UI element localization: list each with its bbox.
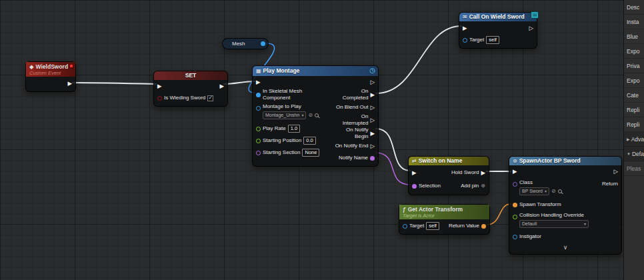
pin-label: On Notify Begin [335,127,369,140]
pin-label: Starting Position [263,137,301,144]
pin-label: Hold Sword [451,169,479,176]
mesh-out-pin[interactable] [261,41,265,46]
details-row-description: Desc [624,0,644,15]
exec-in-pin[interactable]: ▶ [157,83,162,89]
pin-label: Is Wieding Sword [164,95,205,101]
return-value-pin[interactable] [481,224,486,229]
exec-out-pin[interactable]: ▶ [67,81,72,87]
pin-label: Montage to Play [263,103,319,110]
pin-label: Spawn Transform [519,201,561,208]
exec-in-pin[interactable]: ▶ [256,79,261,85]
exec-out-pin[interactable]: ▷ [529,25,533,31]
node-get-actor-transform[interactable]: ƒ Get Actor Transform Target is Actor Ta… [399,204,490,235]
return-value-label: Return [602,181,618,187]
class-select[interactable]: BP Sword ▾ [519,187,549,195]
details-row-replication-1: Repli [624,103,644,117]
variable-label: Mesh [232,41,245,47]
on-interrupted-pin[interactable]: ▷ [370,117,375,123]
function-icon: ƒ [403,206,406,213]
instigator-pin[interactable] [513,235,517,239]
collapse-arrow-icon[interactable]: ▶ [627,137,630,141]
details-category-advanced[interactable]: ▶ Adva [624,132,644,147]
node-header[interactable]: ⊛ SpawnActor BP Sword [509,157,621,165]
skeletal-mesh-pin[interactable] [256,93,261,97]
node-switch-on-name[interactable]: ⇄ Switch on Name ▶ Hold Sword ▶ Selectio… [408,156,489,195]
target-value[interactable]: self [426,222,439,230]
clear-asset-icon[interactable]: ⊘ [308,113,313,118]
on-notify-end-pin[interactable]: ▷ [370,143,375,149]
exec-out-pin[interactable]: ▷ [370,79,375,85]
target-pin[interactable] [463,38,467,43]
pin-label: Play Rate [263,125,286,132]
node-spawnactor-bp-sword[interactable]: ⊛ SpawnActor BP Sword ▶ ▷ Class BP Sword… [509,156,622,255]
clear-asset-icon[interactable]: ⊘ [551,189,556,194]
montage-to-play-pin[interactable] [256,106,261,111]
bool-checkbox[interactable]: ✓ [207,95,213,101]
pin-label: On Blend Out [336,104,368,111]
details-label: Repli [627,121,639,128]
node-play-montage[interactable]: ▦ Play Montage ◷ ▶ In Skeletal Mesh Comp… [252,65,379,167]
node-title: Call On Wield Sword [469,13,525,21]
details-category-default[interactable]: ▼ Defa [624,147,644,161]
on-completed-pin[interactable]: ▶ [370,92,375,98]
pin-label: Target [469,37,484,43]
play-rate-pin[interactable] [256,127,261,131]
pin-label: On Interrupted [335,113,369,127]
collision-select[interactable]: Default ▾ [519,220,589,228]
bool-pin[interactable] [157,96,162,101]
expand-arrow-icon[interactable]: ▼ [627,152,631,156]
class-select-value: BP Sword [522,188,543,195]
node-subtitle: Target is Actor [403,213,486,219]
notify-name-pin[interactable] [370,156,375,161]
details-row-blueprint: Blue [624,29,644,44]
node-mesh-variable[interactable]: Mesh [222,38,269,49]
details-row-category: Cate [624,88,644,103]
target-value[interactable]: self [486,36,499,44]
event-icon: ◆ [29,63,34,70]
node-header[interactable]: ◆ WieldSword Custom Event [26,62,75,77]
node-header[interactable]: SET [154,71,227,80]
expand-node-chevron[interactable]: ∨ [563,245,568,251]
on-notify-begin-pin[interactable]: ▶ [370,131,375,137]
node-header[interactable]: ƒ Get Actor Transform Target is Actor [399,205,489,219]
exec-in-pin[interactable]: ▶ [412,170,417,176]
node-set-is-wielding-sword[interactable]: SET ▶ ▶ Is Wieding Sword ✓ [153,71,228,107]
selection-pin[interactable] [412,184,417,189]
browse-asset-icon[interactable] [558,189,562,193]
exec-in-pin[interactable]: ▶ [513,169,517,175]
pin-label: On Completed [335,88,369,101]
node-title: Play Montage [263,67,300,75]
target-pin[interactable] [403,224,407,229]
dropdown-arrow-icon: ▾ [545,188,547,195]
exec-out-pin[interactable]: ▶ [219,83,224,89]
montage-select[interactable]: Montage_Unshn ▾ [263,111,306,119]
exec-out-pin[interactable]: ▷ [613,169,618,175]
node-title: SpawnActor BP Sword [519,157,581,165]
play-rate-input[interactable]: 1.0 [288,125,300,133]
details-label: Adva [631,136,644,143]
delegate-pin-icon[interactable] [69,64,73,68]
node-call-on-wield-sword[interactable]: ✉ Call On Wield Sword ✉ ▶ ▷ Target self [459,12,537,49]
exec-in-pin[interactable]: ▶ [463,25,467,31]
spawn-transform-pin[interactable] [513,203,517,207]
add-pin-button[interactable]: ⊕ [481,183,485,189]
node-wieldsword-event[interactable]: ◆ WieldSword Custom Event ▶ [25,61,76,92]
details-row-replication-2: Repli [624,117,644,132]
starting-position-input[interactable]: 0.0 [303,137,315,145]
node-header[interactable]: ✉ Call On Wield Sword [459,13,537,21]
browse-asset-icon[interactable] [315,113,319,117]
starting-position-pin[interactable] [256,139,261,143]
node-title: WieldSword [36,63,69,70]
collision-override-pin[interactable] [513,215,517,219]
on-blend-out-pin[interactable]: ▷ [370,105,375,111]
pin-label: In Skeletal Mesh Component [263,88,325,101]
starting-section-input[interactable]: None [302,149,319,157]
class-pin[interactable] [513,182,517,187]
starting-section-pin[interactable] [256,151,261,155]
node-header[interactable]: ⇄ Switch on Name [409,157,489,165]
pin-label: Collision Handling Override [519,212,589,219]
node-title: Get Actor Transform [408,206,463,213]
hold-sword-pin[interactable]: ▶ [481,170,485,176]
latent-clock-icon: ◷ [369,67,375,74]
node-header[interactable]: ▦ Play Montage [253,66,378,76]
